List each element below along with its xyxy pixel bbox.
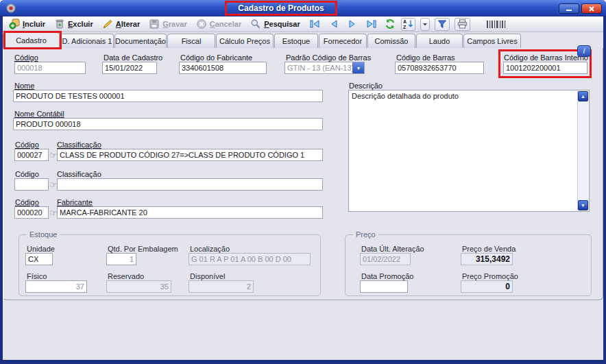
fabricante-codigo-label: Código	[15, 198, 39, 206]
next-record-button[interactable]	[346, 17, 359, 31]
tab-documentacao[interactable]: Documentação	[114, 34, 167, 48]
qtd-embalagem-label: Qtd. Por Embalagem	[108, 245, 178, 253]
data-cadastro-field[interactable]	[102, 62, 157, 74]
codigo-barras-label: Código de Barras	[396, 53, 455, 62]
alterar-button[interactable]: Alterar	[100, 17, 142, 31]
nome-contabil-label: Nome Contábil	[14, 110, 64, 118]
app-icon	[5, 3, 16, 14]
classificacao1-codigo-label: Código	[15, 141, 39, 149]
titlebar: Cadastro de Produtos	[0, 0, 606, 16]
preco-promocao-field	[461, 280, 513, 293]
qtd-embalagem-field[interactable]	[106, 253, 136, 265]
tab-fiscal[interactable]: Fiscal	[167, 34, 215, 48]
classificacao2-lookup-icon[interactable]: ☞	[49, 180, 58, 190]
print-button[interactable]	[454, 18, 470, 31]
sort-options-dropdown[interactable]	[420, 18, 430, 31]
unidade-field[interactable]	[25, 253, 53, 265]
scroll-up-icon[interactable]: ▲	[578, 91, 588, 101]
estoque-legend: Estoque	[27, 230, 60, 239]
unidade-label: Unidade	[27, 245, 55, 253]
tab-strip: Cadastro D. Adicionais 1 Documentação Fi…	[3, 32, 603, 48]
combo-dropdown-icon: ▼	[352, 62, 364, 73]
codigo-fabricante-field[interactable]	[179, 62, 267, 74]
fabricante-label: Fabricante	[57, 198, 93, 206]
data-promocao-field[interactable]	[360, 280, 408, 293]
nome-field[interactable]	[13, 90, 323, 102]
cancelar-button: Cancelar	[194, 17, 243, 31]
incluir-button[interactable]: Incluir	[7, 17, 47, 31]
svg-text:Z: Z	[403, 25, 407, 29]
descricao-text: Descrição detalhada do produto	[352, 92, 575, 100]
padrao-codigo-barras-label: Padrão Código de Barras	[286, 53, 371, 62]
tab-fornecedor[interactable]: Fornecedor	[319, 34, 367, 48]
preco-groupbox: Preço Data Últ. Alteração Preço de Venda…	[345, 234, 592, 296]
reservado-label: Reservado	[108, 272, 144, 280]
barcode-icon[interactable]	[486, 17, 511, 31]
app-window: Cadastro de Produtos Incluir Excluir Alt…	[0, 0, 606, 364]
nome-contabil-field[interactable]	[13, 118, 323, 130]
incluir-label: Incluir	[23, 20, 45, 28]
padrao-codigo-barras-select: GTIN - 13 (EAN-13) ▼	[284, 62, 365, 74]
scroll-down-icon[interactable]: ▼	[578, 200, 588, 210]
preco-promocao-label: Preço Promoção	[462, 272, 518, 280]
descricao-scrollbar[interactable]: ▲ ▼	[577, 91, 588, 210]
window-title: Cadastro de Produtos	[228, 2, 335, 14]
minimize-button[interactable]	[559, 3, 579, 14]
data-promocao-label: Data Promoção	[361, 272, 413, 280]
excluir-button[interactable]: Excluir	[52, 17, 95, 31]
nome-label: Nome	[14, 82, 34, 90]
pesquisar-button[interactable]: Pesquisar	[248, 17, 302, 31]
descricao-textarea[interactable]: Descrição detalhada do produto ▲ ▼	[348, 90, 590, 212]
close-button[interactable]	[581, 3, 602, 14]
classificacao2-field[interactable]	[57, 178, 323, 191]
alterar-label: Alterar	[116, 20, 140, 28]
preco-legend: Preço	[353, 230, 378, 239]
tab-cadastro[interactable]: Cadastro	[3, 32, 60, 48]
fabricante-codigo-field[interactable]	[14, 206, 49, 219]
codigo-barras-interno-label: Código de Barras Interno	[504, 53, 588, 62]
gravar-button: Gravar	[147, 17, 189, 31]
tab-estoque[interactable]: Estoque	[274, 34, 318, 48]
disponivel-label: Disponível	[190, 272, 225, 280]
fisico-field[interactable]	[25, 280, 87, 293]
previous-record-button[interactable]	[327, 17, 341, 31]
classificacao2-codigo-field[interactable]	[14, 178, 49, 191]
codigo-fabricante-label: Código do Fabricante	[180, 53, 252, 62]
last-record-button[interactable]	[364, 17, 379, 31]
cancel-icon	[196, 19, 207, 29]
reservado-field	[106, 280, 171, 293]
data-alteracao-label: Data Últ. Alteração	[361, 245, 424, 253]
first-record-button[interactable]	[307, 17, 322, 31]
localizacao-label: Localização	[190, 245, 230, 253]
codigo-barras-field[interactable]	[395, 62, 484, 74]
data-alteracao-field	[360, 253, 411, 265]
data-cadastro-label: Data de Cadastro	[104, 53, 162, 62]
tab-comissao[interactable]: Comissão	[367, 34, 415, 48]
tab-page-cadastro: Código Data de Cadastro Código do Fabric…	[3, 48, 603, 300]
fabricante-lookup-icon[interactable]: ☞	[49, 208, 58, 218]
fisico-label: Físico	[27, 272, 47, 280]
tab-calculo-precos[interactable]: Cálculo Preços	[216, 34, 274, 48]
pencil-icon	[102, 19, 113, 29]
fabricante-field[interactable]	[57, 206, 323, 219]
sort-az-button[interactable]: AZ	[401, 18, 415, 31]
classificacao1-lookup-icon[interactable]: ☞	[49, 151, 58, 160]
tab-laudo[interactable]: Laudo	[416, 34, 463, 48]
tab-d-adicionais-1[interactable]: D. Adicionais 1	[60, 34, 114, 48]
classificacao1-codigo-field[interactable]	[14, 149, 49, 161]
trash-icon	[54, 19, 65, 29]
refresh-button[interactable]	[384, 17, 396, 31]
codigo-barras-interno-field[interactable]	[503, 62, 587, 74]
search-icon	[250, 19, 261, 29]
svg-text:A: A	[403, 19, 407, 24]
pesquisar-label: Pesquisar	[264, 20, 300, 28]
estoque-groupbox: Estoque Unidade Qtd. Por Embalagem Local…	[19, 234, 321, 296]
classificacao1-field[interactable]	[57, 149, 323, 161]
localizacao-field	[189, 253, 311, 265]
tab-campos-livres[interactable]: Campos Livres	[463, 34, 521, 48]
excluir-label: Excluir	[68, 20, 93, 28]
preco-venda-label: Preço de Venda	[462, 245, 516, 253]
filter-button[interactable]	[435, 18, 450, 31]
preco-venda-field	[461, 253, 513, 265]
info-button[interactable]: i	[577, 45, 591, 57]
